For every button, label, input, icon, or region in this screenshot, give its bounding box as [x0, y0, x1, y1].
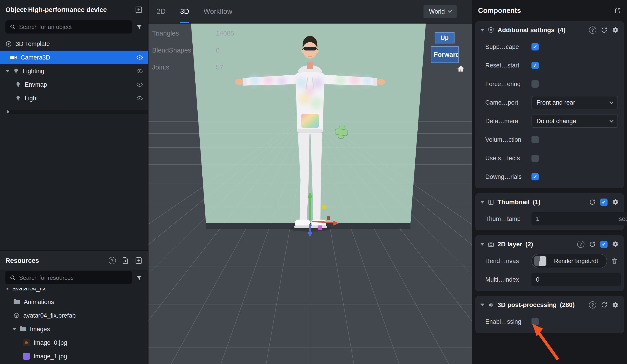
camera-viewport-select[interactable]: Front and rear [531, 96, 618, 109]
collapse-arrow-icon[interactable] [480, 243, 484, 246]
hierarchy-item-lighting[interactable]: Lighting [0, 64, 148, 78]
world-dropdown[interactable]: World [423, 5, 457, 18]
collapse-arrow-icon[interactable] [480, 29, 484, 31]
section-header[interactable]: Thumbnail (1) [475, 193, 624, 209]
inspector-header: Components [472, 0, 627, 21]
tree-item-label: Images [30, 326, 50, 333]
hierarchy-item-camera3d[interactable]: Camera3D [0, 51, 148, 64]
hierarchy-item-light[interactable]: Light [0, 92, 148, 105]
trash-icon[interactable] [611, 257, 618, 265]
visibility-eye-icon[interactable] [136, 54, 143, 61]
filter-icon[interactable] [136, 24, 143, 30]
hierarchy-search-input[interactable] [19, 24, 128, 31]
visibility-eye-icon[interactable] [136, 81, 143, 88]
property-label: Rend…nvas [485, 258, 531, 265]
resources-search-box[interactable] [5, 271, 132, 284]
checkbox-checked[interactable] [531, 173, 539, 180]
reset-icon[interactable] [601, 302, 608, 308]
expand-arrow-down-icon[interactable] [5, 288, 9, 290]
resource-item-image1[interactable]: Image_1.jpg [0, 350, 148, 363]
section-header[interactable]: 3D post-processing (280) ? [475, 296, 624, 312]
thumbnail-timestamp-field[interactable]: seconds [531, 212, 627, 225]
property-row: Multi…index [475, 270, 624, 289]
hierarchy-item-3d-template[interactable]: 3D Template [0, 37, 148, 51]
nav-cube-up-face[interactable]: Up [435, 32, 455, 44]
collapse-arrow-icon[interactable] [480, 201, 484, 204]
left-column: Object·High-performance device [0, 0, 149, 364]
property-label: Reset…start [485, 62, 531, 69]
checkbox-unchecked[interactable] [531, 80, 539, 88]
nav-cube-forward-face[interactable]: Forward [431, 46, 459, 63]
tree-item-label: Image_0.jpg [34, 339, 67, 346]
enable-post-processing-checkbox[interactable] [531, 318, 539, 325]
panel-expand-icon[interactable] [614, 7, 621, 14]
hierarchy-search-box[interactable] [5, 20, 132, 34]
checkbox-unchecked[interactable] [531, 136, 539, 143]
tree-item-label: avatar04_fix [12, 288, 46, 292]
property-row: Volum…ction [475, 130, 624, 149]
hierarchy-item-envmap[interactable]: Envmap [0, 78, 148, 92]
resource-item-avatar04-prefab[interactable]: avatar04_fix.prefab [0, 309, 148, 322]
tab-3d[interactable]: 3D [180, 0, 189, 23]
help-icon[interactable]: ? [589, 301, 596, 309]
reset-icon[interactable] [589, 241, 596, 248]
component-enabled-checkbox[interactable] [600, 199, 608, 206]
navigation-cube[interactable]: Up Forward [428, 32, 466, 80]
property-row: Came…port Front and rear [475, 93, 624, 112]
expand-arrow-down-icon[interactable] [6, 70, 10, 72]
reset-icon[interactable] [601, 27, 608, 34]
property-row: Force…ering [475, 75, 624, 93]
resource-item-avatar04-fix[interactable]: avatar04_fix [0, 288, 148, 295]
checkbox-checked[interactable] [531, 62, 539, 69]
stat-label: Triangles [152, 30, 216, 37]
gear-icon[interactable] [612, 302, 619, 308]
collapse-arrow-icon[interactable] [480, 304, 484, 306]
section-header[interactable]: Additional settings (4) ? [475, 21, 624, 38]
visibility-eye-icon[interactable] [136, 95, 143, 102]
help-icon[interactable]: ? [577, 241, 584, 248]
thumbnail-timestamp-input[interactable] [536, 215, 616, 222]
filter-icon[interactable] [136, 274, 143, 281]
gear-icon[interactable] [612, 27, 619, 34]
visibility-eye-icon[interactable] [136, 68, 143, 74]
help-icon[interactable]: ? [589, 26, 596, 34]
viewport-topbar: 2D 3D Workflow World [149, 0, 472, 24]
stat-joints: Joints 57 [152, 59, 234, 76]
section-header[interactable]: 2D layer (2) ? [475, 235, 624, 252]
resource-item-image0[interactable]: Image_0.jpg [0, 336, 148, 350]
section-additional-settings: Additional settings (4) ? Supp…cape Rese… [475, 21, 624, 188]
help-icon[interactable]: ? [109, 257, 116, 264]
resource-item-images-folder[interactable]: Images [0, 322, 148, 336]
search-icon [9, 24, 16, 30]
checkbox-checked[interactable] [531, 43, 539, 51]
new-file-icon[interactable] [122, 257, 129, 264]
expand-arrow-right-icon[interactable] [7, 110, 148, 114]
multi-index-field[interactable] [531, 273, 621, 286]
resources-search-input[interactable] [19, 274, 128, 281]
gear-icon[interactable] [612, 199, 619, 206]
tab-workflow[interactable]: Workflow [204, 0, 232, 23]
checkbox-unchecked[interactable] [531, 155, 539, 162]
section-title: 2D layer [498, 241, 522, 248]
resource-item-image1-sampler[interactable]: Image_1.jpg sampler [0, 363, 148, 364]
reset-icon[interactable] [589, 199, 596, 206]
home-icon[interactable] [457, 65, 465, 74]
gear-icon[interactable] [612, 241, 619, 248]
add-resource-button[interactable] [135, 257, 143, 264]
3d-scene[interactable]: Triangles 14085 BlendShapes 0 Joints 57 … [149, 24, 472, 364]
resource-item-animations[interactable]: Animations [0, 295, 148, 309]
inspector-panel: Components Additional settings (4) ? [472, 0, 627, 364]
resources-title: Resources [5, 257, 39, 264]
default-camera-select[interactable]: Do not change [531, 114, 618, 128]
add-object-button[interactable] [135, 6, 143, 14]
multi-index-input[interactable] [536, 276, 616, 283]
resources-panel: Resources ? [0, 251, 148, 364]
section-thumbnail: Thumbnail (1) Thum…tamp se [475, 193, 624, 230]
tab-2d[interactable]: 2D [157, 0, 166, 23]
hierarchy-item-avatar04-prefab[interactable]: avatar04_fix(prefab) [0, 105, 148, 119]
expand-arrow-down-icon[interactable] [12, 328, 16, 330]
component-enabled-checkbox[interactable] [600, 241, 608, 248]
render-target-asset-field[interactable]: RenderTarget.rdt [531, 254, 607, 268]
hierarchy-search-row [0, 19, 148, 37]
property-row: Reset…start [475, 56, 624, 75]
